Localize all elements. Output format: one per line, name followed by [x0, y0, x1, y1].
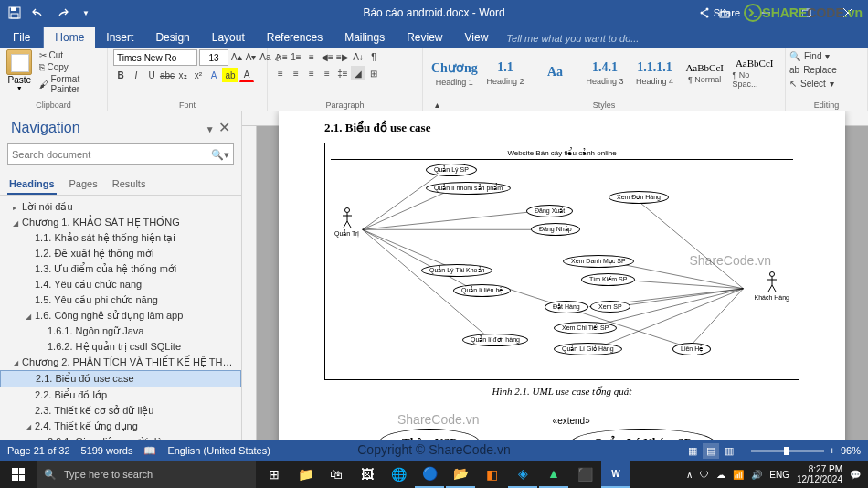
- tray-notifications[interactable]: 💬: [850, 470, 861, 480]
- page-status[interactable]: Page 21 of 32: [7, 445, 70, 457]
- taskbar-app-3[interactable]: 🖼: [353, 461, 382, 488]
- superscript-button[interactable]: x²: [191, 68, 206, 82]
- redo-button[interactable]: [51, 3, 73, 23]
- font-size-input[interactable]: [199, 49, 228, 66]
- nav-heading-item[interactable]: 1.4. Yêu cầu chức năng: [0, 277, 241, 292]
- nav-heading-item[interactable]: 1.5. Yêu cầu phi chức năng: [0, 292, 241, 308]
- underline-button[interactable]: U: [144, 68, 159, 82]
- web-layout-button[interactable]: ▥: [725, 445, 734, 457]
- undo-button[interactable]: [27, 3, 49, 23]
- taskbar-xampp[interactable]: ◧: [477, 461, 506, 488]
- search-icon[interactable]: 🔍▾: [211, 149, 229, 161]
- zoom-in-button[interactable]: +: [830, 445, 835, 456]
- tab-review[interactable]: Review: [396, 27, 453, 48]
- print-layout-button[interactable]: ▤: [703, 443, 719, 459]
- find-button[interactable]: 🔍Find ▾: [788, 49, 865, 63]
- increase-indent-button[interactable]: ≡▶: [335, 49, 350, 64]
- taskbar-app-1[interactable]: 📁: [291, 461, 320, 488]
- spell-check-icon[interactable]: 📖: [143, 445, 156, 457]
- font-name-input[interactable]: [113, 49, 197, 66]
- align-right-button[interactable]: ≡: [304, 66, 319, 80]
- nav-heading-item[interactable]: 2.1. Biểu đồ use case: [0, 370, 241, 387]
- subscript-button[interactable]: x₂: [175, 68, 190, 82]
- tell-me-search[interactable]: Tell me what you want to do...: [499, 29, 646, 48]
- nav-dropdown[interactable]: ▼: [206, 124, 215, 134]
- qat-customize[interactable]: ▼: [75, 3, 97, 23]
- multilevel-button[interactable]: ≡: [304, 49, 319, 64]
- vertical-ruler[interactable]: [242, 126, 257, 459]
- nav-search-box[interactable]: 🔍▾: [7, 143, 234, 165]
- decrease-indent-button[interactable]: ◀≡: [320, 49, 334, 64]
- format-painter-button[interactable]: 🖌Format Painter: [37, 73, 101, 95]
- style-heading-1[interactable]: ChươngHeading 1: [429, 49, 481, 97]
- nav-heading-item[interactable]: ◢1.6. Công nghệ sử dụng làm app: [0, 308, 241, 324]
- taskbar-app-2[interactable]: 🛍: [322, 461, 351, 488]
- style-heading-4[interactable]: 1.1.1.1Heading 4: [630, 49, 680, 97]
- highlight-button[interactable]: ab: [222, 68, 238, 82]
- align-left-button[interactable]: ≡: [273, 66, 288, 80]
- start-button[interactable]: [0, 461, 37, 488]
- taskbar-app-9[interactable]: ⬛: [570, 461, 599, 488]
- cut-button[interactable]: ✂Cut: [37, 49, 101, 61]
- nav-heading-item[interactable]: 1.1. Khảo sát hệ thống hiện tại: [0, 230, 241, 246]
- file-tab[interactable]: File: [0, 27, 44, 48]
- bold-button[interactable]: B: [113, 68, 128, 82]
- tray-clock[interactable]: 8:27 PM12/12/2024: [797, 464, 842, 484]
- sort-button[interactable]: A↓: [351, 49, 365, 64]
- tray-overflow[interactable]: ∧: [686, 470, 693, 480]
- tab-design[interactable]: Design: [144, 27, 200, 48]
- read-mode-button[interactable]: ▦: [688, 445, 697, 457]
- tab-home[interactable]: Home: [44, 27, 95, 48]
- shrink-font-button[interactable]: A▾: [245, 49, 258, 64]
- style-heading-2[interactable]: 1.1Heading 2: [481, 49, 531, 97]
- tray-language[interactable]: ENG: [769, 470, 789, 480]
- style-¶-normal[interactable]: AaBbCcI¶ Normal: [680, 49, 730, 97]
- tray-onedrive-icon[interactable]: ☁: [716, 470, 725, 480]
- style-item[interactable]: Aa: [530, 49, 580, 97]
- language-status[interactable]: English (United States): [167, 445, 270, 457]
- nav-heading-item[interactable]: 2.3. Thiết kế cơ sở dữ liệu: [0, 403, 241, 419]
- copy-button[interactable]: ⎘Copy: [37, 61, 101, 73]
- ribbon-options-button[interactable]: [704, 0, 745, 26]
- style-¶-no-spac...[interactable]: AaBbCcI¶ No Spac...: [729, 49, 779, 97]
- nav-heading-item[interactable]: 1.6.2. Hệ quản trị csdl SQLite: [0, 339, 241, 355]
- tab-insert[interactable]: Insert: [95, 27, 144, 48]
- taskbar-word[interactable]: W: [601, 461, 630, 488]
- nav-heading-item[interactable]: ◢Chương 2. PHÂN TÍCH VÀ THIẾT KẾ HỆ THỐN…: [0, 355, 241, 370]
- style-heading-3[interactable]: 1.4.1Heading 3: [580, 49, 630, 97]
- text-effects-button[interactable]: A: [206, 68, 221, 82]
- taskbar-edge[interactable]: 🌐: [384, 461, 413, 488]
- nav-heading-item[interactable]: 1.6.1. Ngôn ngữ Java: [0, 324, 241, 339]
- taskbar-vscode[interactable]: ◈: [508, 461, 537, 488]
- taskbar-chrome[interactable]: 🔵: [415, 461, 444, 488]
- tray-security-icon[interactable]: 🛡: [700, 470, 709, 480]
- tab-references[interactable]: References: [256, 27, 333, 48]
- nav-heading-item[interactable]: 2.2. Biểu đồ lớp: [0, 387, 241, 403]
- tab-layout[interactable]: Layout: [201, 27, 256, 48]
- taskbar-search[interactable]: 🔍Type here to search: [37, 461, 256, 488]
- nav-heading-item[interactable]: ◢2.4. Thiết kế ứng dụng: [0, 419, 241, 434]
- tray-wifi-icon[interactable]: 📶: [733, 470, 744, 480]
- replace-button[interactable]: abReplace: [788, 63, 865, 77]
- nav-close-button[interactable]: ✕: [218, 120, 230, 135]
- italic-button[interactable]: I: [129, 68, 143, 82]
- grow-font-button[interactable]: A▴: [230, 49, 243, 64]
- show-marks-button[interactable]: ¶: [366, 49, 381, 64]
- zoom-slider[interactable]: [751, 450, 824, 452]
- shading-button[interactable]: ◢: [351, 66, 365, 80]
- align-center-button[interactable]: ≡: [289, 66, 303, 80]
- tray-volume-icon[interactable]: 🔊: [751, 470, 762, 480]
- nav-tree[interactable]: ▸Lời nói đầu◢Chương 1. KHẢO SÁT HỆ THỐNG…: [0, 196, 241, 459]
- nav-tab-pages[interactable]: Pages: [68, 175, 100, 195]
- numbering-button[interactable]: 1≡: [289, 49, 303, 64]
- font-color-button[interactable]: A: [239, 68, 254, 82]
- select-button[interactable]: ↖Select ▾: [788, 77, 865, 90]
- nav-heading-item[interactable]: ▸Lời nói đầu: [0, 199, 241, 215]
- nav-heading-item[interactable]: ◢Chương 1. KHẢO SÁT HỆ THỐNG: [0, 215, 241, 230]
- nav-heading-item[interactable]: 1.3. Ưu điểm của hệ thống mới: [0, 261, 241, 277]
- word-count[interactable]: 5199 words: [81, 445, 133, 457]
- nav-heading-item[interactable]: 1.2. Đề xuất hệ thống mới: [0, 246, 241, 261]
- paste-button[interactable]: Paste ▼: [5, 49, 34, 99]
- taskbar-explorer[interactable]: 📂: [446, 461, 475, 488]
- strike-button[interactable]: abc: [160, 68, 175, 82]
